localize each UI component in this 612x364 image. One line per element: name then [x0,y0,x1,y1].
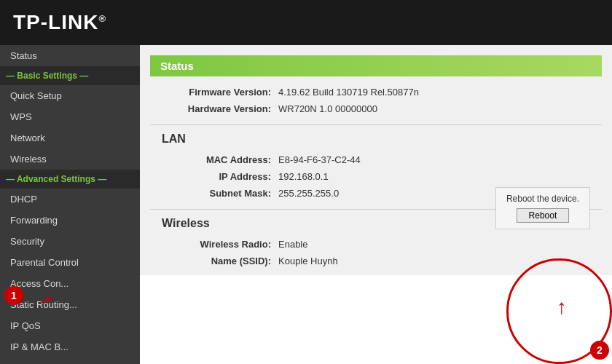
mac-label: MAC Address: [162,154,278,165]
content-area: Status Firmware Version: 4.19.62 Build 1… [140,45,612,364]
sidebar-item-wps[interactable]: WPS [0,106,140,127]
firmware-value: 4.19.62 Build 130719 Rel.50877n [278,87,419,98]
divider-1 [150,124,602,125]
mac-value: E8-94-F6-37-C2-44 [278,154,361,165]
lan-title: LAN [162,132,590,146]
hardware-label: Hardware Version: [162,103,278,114]
firmware-row: Firmware Version: 4.19.62 Build 130719 R… [162,84,590,100]
sidebar-section-advanced: — Advanced Settings — [0,170,140,189]
header: TP-LINK® [0,0,612,45]
firmware-label: Firmware Version: [162,87,278,98]
radio-row: Wireless Radio: Enable [162,236,590,253]
firmware-info: Firmware Version: 4.19.62 Build 130719 R… [162,84,590,117]
sidebar-item-security[interactable]: Security [0,231,140,252]
subnet-value: 255.255.255.0 [278,188,339,199]
reboot-button[interactable]: Reboot [517,208,570,223]
sidebar-section-basic: — Basic Settings — [0,66,140,85]
status-section-header: Status [150,55,602,76]
sidebar-item-wireless[interactable]: Wireless [0,149,140,170]
ssid-row: Name (SSID): Kouple Huynh [162,253,590,269]
logo: TP-LINK® [13,11,106,34]
hardware-row: Hardware Version: WR720N 1.0 00000000 [162,100,590,117]
annotation-circle-1: 1 [4,286,23,305]
hardware-value: WR720N 1.0 00000000 [278,103,377,114]
ssid-value: Kouple Huynh [278,256,338,266]
subnet-label: Subnet Mask: [162,188,278,199]
ip-label: IP Address: [162,171,278,182]
sidebar-item-network[interactable]: Network [0,127,140,149]
radio-value: Enable [278,239,307,250]
sidebar-item-forwarding[interactable]: Forwarding [0,210,140,231]
mac-row: MAC Address: E8-94-F6-37-C2-44 [162,151,590,168]
arrow-2-icon: ↑ [557,296,567,319]
ssid-label: Name (SSID): [162,256,278,266]
wireless-info: Wireless Radio: Enable Name (SSID): Koup… [162,236,590,269]
main-panel: Status Firmware Version: 4.19.62 Build 1… [140,45,612,275]
annotation-label-2: 2 [590,341,609,360]
reboot-text: Reboot the device. [506,194,579,204]
sidebar-item-dhcp[interactable]: DHCP [0,189,140,210]
sidebar-item-ip-mac-binding[interactable]: IP & MAC B... [0,336,140,357]
sidebar-item-parental-control[interactable]: Parental Control [0,252,140,273]
sidebar-item-status[interactable]: Status [0,45,140,66]
ip-value: 192.168.0.1 [278,171,329,182]
main-layout: Status — Basic Settings — Quick Setup WP… [0,45,612,364]
sidebar-item-quick-setup[interactable]: Quick Setup [0,85,140,106]
reboot-area: Reboot the device. Reboot [495,187,590,229]
radio-label: Wireless Radio: [162,239,278,250]
sidebar-item-dynamic-dns[interactable]: Dynamic D... [0,357,140,364]
ip-row: IP Address: 192.168.0.1 [162,168,590,185]
sidebar: Status — Basic Settings — Quick Setup WP… [0,45,140,364]
sidebar-item-ip-qos[interactable]: IP QoS [0,315,140,336]
